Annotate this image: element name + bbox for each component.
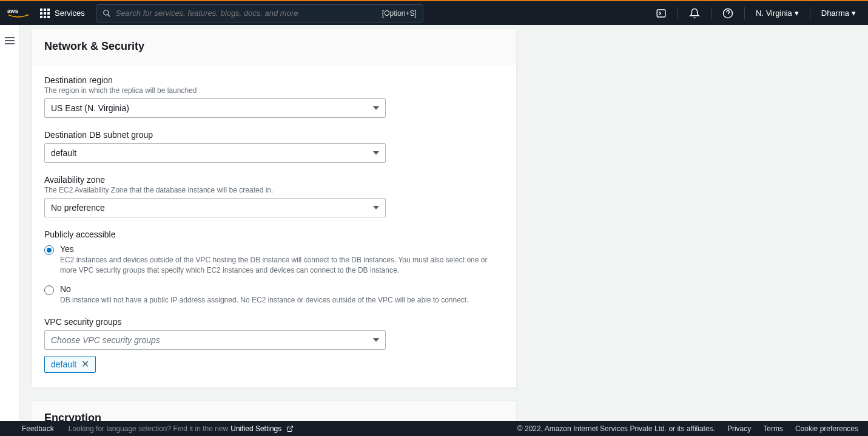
chevron-down-icon (373, 338, 379, 342)
field-description: The region in which the replica will be … (44, 86, 504, 95)
cookie-preferences-link[interactable]: Cookie preferences (795, 424, 858, 433)
left-rail (0, 25, 19, 421)
availability-zone-select[interactable]: No preference (44, 198, 386, 217)
radio-description: EC2 instances and devices outside of the… (60, 255, 497, 276)
account-menu[interactable]: Dharma ▾ (816, 9, 861, 18)
close-icon[interactable]: ✕ (81, 359, 89, 369)
field-label: VPC security groups (44, 317, 504, 327)
db-subnet-group-select[interactable]: default (44, 143, 386, 163)
help-icon[interactable] (718, 8, 738, 19)
radio-label: No (60, 284, 504, 294)
search-shortcut-hint: [Option+S] (382, 9, 417, 18)
chevron-down-icon (373, 151, 379, 155)
cloudshell-icon[interactable] (651, 8, 671, 19)
select-placeholder: Choose VPC security groups (51, 335, 160, 345)
panel-header: Encryption (32, 401, 516, 421)
svg-line-6 (289, 426, 293, 430)
select-value: No preference (51, 203, 105, 213)
radio-button[interactable] (44, 245, 54, 255)
panel-title: Network & Security (44, 40, 504, 53)
radio-button[interactable] (44, 285, 54, 295)
network-security-panel: Network & Security Destination region Th… (32, 29, 517, 388)
hamburger-icon[interactable] (5, 37, 15, 44)
token-label: default (51, 359, 76, 369)
global-search[interactable]: [Option+S] (96, 4, 423, 22)
language-hint: Looking for language selection? Find it … (69, 424, 229, 433)
svg-text:aws: aws (7, 7, 18, 13)
chevron-down-icon: ▾ (852, 9, 856, 18)
chevron-down-icon (373, 206, 379, 209)
radio-label: Yes (60, 244, 504, 254)
field-label: Availability zone (44, 175, 504, 185)
copyright-text: © 2022, Amazon Internet Services Private… (517, 424, 715, 433)
destination-region-select[interactable]: US East (N. Virginia) (44, 98, 386, 118)
radio-option-no[interactable]: No DB instance will not have a public IP… (44, 284, 504, 305)
field-availability-zone: Availability zone The EC2 Availability Z… (44, 175, 504, 217)
svg-line-2 (108, 14, 110, 16)
security-group-token: default ✕ (44, 356, 96, 373)
select-value: default (51, 148, 76, 158)
aws-logo[interactable]: aws (7, 7, 29, 20)
panel-title: Encryption (44, 412, 504, 421)
radio-description: DB instance will not have a public IP ad… (60, 295, 497, 305)
main-content: Network & Security Destination region Th… (19, 25, 868, 421)
field-db-subnet-group: Destination DB subnet group default (44, 130, 504, 163)
terms-link[interactable]: Terms (763, 424, 783, 433)
encryption-panel: Encryption (32, 400, 517, 421)
chevron-down-icon: ▾ (795, 9, 799, 18)
field-vpc-security-groups: VPC security groups Choose VPC security … (44, 317, 504, 373)
search-icon (103, 9, 111, 18)
vpc-security-groups-select[interactable]: Choose VPC security groups (44, 330, 386, 350)
notifications-icon[interactable] (684, 8, 705, 19)
field-label: Publicly accessible (44, 230, 504, 239)
services-grid-icon[interactable] (40, 9, 50, 18)
field-publicly-accessible: Publicly accessible Yes EC2 instances an… (44, 230, 504, 305)
unified-settings-link[interactable]: Unified Settings (230, 424, 293, 433)
search-input[interactable] (116, 9, 382, 18)
services-menu[interactable]: Services (55, 9, 85, 18)
external-link-icon (286, 425, 294, 432)
panel-header: Network & Security (32, 29, 516, 64)
select-value: US East (N. Virginia) (51, 103, 129, 113)
feedback-link[interactable]: Feedback (22, 424, 54, 433)
top-nav: aws Services [Option+S] N. Virginia ▾ (0, 0, 868, 25)
field-description: The EC2 Availability Zone that the datab… (44, 186, 504, 194)
chevron-down-icon (373, 106, 379, 110)
svg-point-1 (104, 10, 109, 15)
privacy-link[interactable]: Privacy (727, 424, 751, 433)
field-label: Destination region (44, 75, 504, 85)
radio-option-yes[interactable]: Yes EC2 instances and devices outside of… (44, 244, 504, 276)
footer: Feedback Looking for language selection?… (0, 421, 868, 436)
region-selector[interactable]: N. Virginia ▾ (751, 9, 804, 18)
field-label: Destination DB subnet group (44, 130, 504, 140)
field-destination-region: Destination region The region in which t… (44, 75, 504, 118)
